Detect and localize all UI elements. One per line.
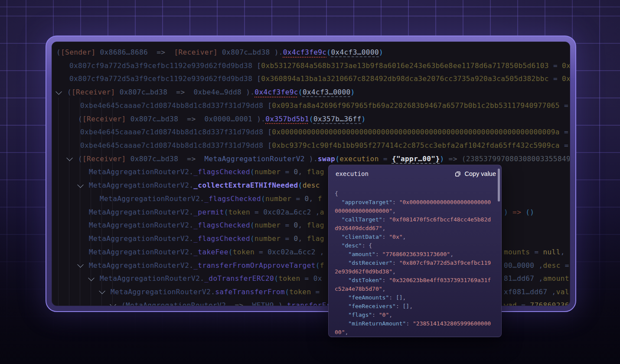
json-segment: : <box>389 294 396 301</box>
trace-segment: 0xbe4e…9dd8 <box>194 88 242 96</box>
json-segment: "dstReceiver" <box>348 260 392 266</box>
trace-line[interactable]: ([Receiver] 0x807c…bd38 => 0xbe4e…9dd8 )… <box>52 86 570 99</box>
trace-segment: MetaAggregationRouterV2 <box>89 234 189 243</box>
expand-caret-icon[interactable] <box>77 261 84 268</box>
json-line: "desc": { <box>335 241 492 250</box>
json-segment <box>335 303 348 309</box>
trace-line[interactable]: 0x807cf9a772d5a3f9cefbc1192e939d62f0d9bd… <box>52 59 570 73</box>
expand-caret-icon[interactable] <box>110 301 117 306</box>
trace-segment: 0x4cf3fe9c <box>283 48 327 56</box>
trace-segment: = <box>281 234 294 243</box>
trace-segment: 0x00000000000000000000000000000000000000… <box>272 128 560 136</box>
trace-segment: mounts <box>504 248 530 256</box>
trace-segment: token <box>233 248 255 256</box>
trace-segment: . <box>189 168 193 176</box>
trace-segment: 0 <box>294 168 298 176</box>
json-segment: [] <box>403 303 410 309</box>
trace-segment: = <box>281 221 294 229</box>
json-segment <box>335 216 342 223</box>
trace-line[interactable]: 0xbe4e645caaae7c1d0874bb8d1c8d337f31d79d… <box>52 139 570 153</box>
json-line: "dstReceiver": "0x807cf9a772d5a3f9cefbc1… <box>335 259 492 276</box>
json-segment: , <box>345 329 348 335</box>
trace-segment: [Receiver] <box>82 115 126 123</box>
trace-segment: 81…dd67 <box>504 274 534 283</box>
trace-segment: ). <box>305 155 318 163</box>
trace-segment: ) <box>504 208 508 216</box>
json-segment: , <box>392 268 396 275</box>
trace-segment: MetaAggregationRouterV2 <box>89 208 189 216</box>
trace-segment: [ <box>263 101 272 110</box>
trace-segment: ). <box>241 88 255 96</box>
trace-segment: f <box>320 261 324 270</box>
trace-segment: ( <box>250 221 255 229</box>
trace-segment: , <box>561 248 565 256</box>
trace-segment: 0xbe4e645caaae7c1d0874bb8d1c8d337f31d79d… <box>80 101 263 110</box>
trace-segment: MetaAggregationRouterV2 <box>89 261 189 270</box>
trace-segment: ( <box>326 48 331 56</box>
trace-segment: MetaAggregationRouterV2 <box>205 155 305 163</box>
trace-segment: 0x807c…bd38 <box>115 88 168 96</box>
trace-segment: a <box>320 208 324 216</box>
trace-segment: 0 <box>305 195 309 203</box>
trace-segment: [ <box>252 62 261 70</box>
json-segment: : <box>382 277 389 283</box>
trace-segment: , <box>534 261 543 270</box>
trace-segment: amount <box>543 274 569 283</box>
trace-segment: _flagsChecked <box>204 195 261 203</box>
trace-segment: => <box>178 155 204 163</box>
json-segment <box>335 199 342 205</box>
trace-segment: ( <box>285 288 289 296</box>
json-line: "feeAmounts": [], <box>335 293 492 302</box>
trace-segment: flag <box>307 221 324 229</box>
json-segment <box>335 260 348 266</box>
trace-segment: 0x357b…36ff <box>313 115 362 123</box>
trace-line[interactable]: ([Receiver] 0x807c…bd38 => 0x0000…0001 )… <box>52 113 570 126</box>
expand-caret-icon[interactable] <box>99 288 106 295</box>
trace-segment: . <box>189 181 193 189</box>
trace-segment: 0x <box>313 274 322 283</box>
trace-line[interactable]: 0xbe4e645caaae7c1d0874bb8d1c8d337f31d79d… <box>52 99 570 113</box>
trace-segment: token <box>289 288 311 296</box>
trace-segment: ( <box>67 88 72 96</box>
trace-segment: ) <box>440 155 444 163</box>
trace-segment: execution <box>339 155 379 163</box>
trace-segment: 0xbc9379c1c90f4b1bb905f277414c2c875cc3eb… <box>272 141 560 150</box>
expand-caret-icon[interactable] <box>77 181 84 188</box>
trace-segment: wad <box>504 301 517 306</box>
trace-segment: => <box>167 88 193 96</box>
expand-caret-icon[interactable] <box>88 274 95 281</box>
trace-segment: . <box>189 221 193 229</box>
json-segment: "776860236393173600" <box>382 251 450 257</box>
expand-caret-icon[interactable] <box>66 155 73 162</box>
trace-line[interactable]: 0xbe4e645caaae7c1d0874bb8d1c8d337f31d79d… <box>52 126 570 139</box>
json-segment: "flags" <box>348 312 372 318</box>
json-segment: : <box>406 320 413 327</box>
trace-segment: number <box>255 234 281 243</box>
trace-segment: 0x807cf9a772d5a3f9cefbc1192e939d62f0d9bd… <box>69 75 252 83</box>
trace-segment: 0x807cf9a772d5a3f9cefbc1192e939d62f0d9bd… <box>69 62 252 70</box>
copy-value-button[interactable]: Copy value <box>454 169 496 178</box>
json-line: "approveTarget": "0x00000000000000000000… <box>335 198 492 215</box>
trace-segment: => <box>148 48 174 56</box>
expand-caret-icon[interactable] <box>55 88 62 95</box>
trace-segment: = <box>560 128 570 136</box>
trace-segment: 0x807c…bd38 <box>218 48 270 56</box>
trace-segment: ( <box>298 181 303 189</box>
trace-segment: 0 <box>294 234 298 243</box>
trace-segment: 0x807c…bd38 <box>126 155 179 163</box>
trace-line[interactable]: 0x807cf9a772d5a3f9cefbc1192e939d62f0d9bd… <box>52 72 570 86</box>
trace-segment: MetaAggregationRouterV2 <box>111 288 211 296</box>
argument-value-popup: execution Copy value { "approveTarget": … <box>328 165 502 337</box>
json-segment: , <box>403 234 406 240</box>
popup-scrollbar-thumb[interactable] <box>498 169 500 202</box>
popup-json: { "approveTarget": "0x000000000000000000… <box>335 189 492 337</box>
trace-segment: = <box>517 301 530 306</box>
page-background: ([Sender] 0x8686…8686 => [Receiver] 0x80… <box>0 0 620 364</box>
trace-segment: flag <box>307 234 324 243</box>
trace-line[interactable]: ([Sender] 0x8686…8686 => [Receiver] 0x80… <box>52 46 570 59</box>
trace-segment: , <box>298 221 307 229</box>
trace-segment: 0xbe4e645caaae7c1d0874bb8d1c8d337f31d79d… <box>80 141 263 150</box>
trace-line[interactable]: ([Receiver] 0x807c…bd38 => MetaAggregati… <box>52 153 570 166</box>
trace-segment: _collectExtraETHIfNeeded <box>193 181 298 189</box>
trace-segment: ) <box>362 115 366 123</box>
